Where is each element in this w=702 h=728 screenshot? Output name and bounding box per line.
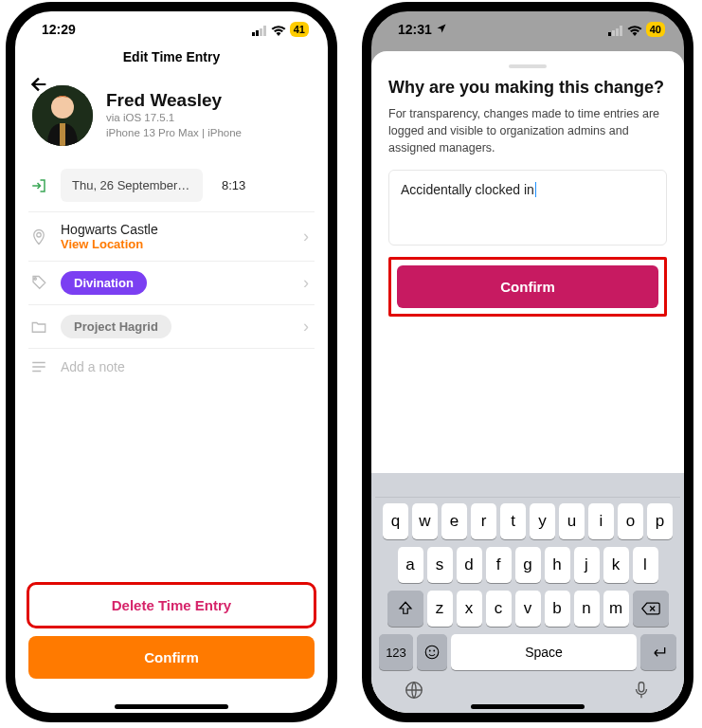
svg-rect-2 bbox=[260, 28, 262, 36]
svg-rect-10 bbox=[620, 26, 622, 36]
svg-point-12 bbox=[429, 650, 431, 652]
key-y[interactable]: y bbox=[530, 503, 555, 539]
backspace-key[interactable] bbox=[633, 591, 669, 627]
key-e[interactable]: e bbox=[441, 503, 467, 539]
phone-right: 12:31 40 Why are you making this change?… bbox=[362, 2, 693, 722]
user-name: Fred Weasley bbox=[106, 90, 242, 111]
numbers-key[interactable]: 123 bbox=[379, 634, 413, 670]
project-pill[interactable]: Project Hagrid bbox=[61, 315, 171, 338]
key-n[interactable]: n bbox=[574, 591, 600, 627]
location-arrow-icon bbox=[436, 22, 447, 37]
keyboard[interactable]: qwertyuiop asdfghjkl zxcvbnm 123 Space bbox=[371, 473, 684, 713]
key-h[interactable]: h bbox=[545, 547, 570, 583]
chevron-right-icon: › bbox=[303, 273, 315, 293]
key-k[interactable]: k bbox=[603, 547, 629, 583]
svg-point-13 bbox=[433, 650, 435, 652]
space-key[interactable]: Space bbox=[451, 634, 637, 670]
key-u[interactable]: u bbox=[559, 503, 585, 539]
key-d[interactable]: d bbox=[457, 547, 482, 583]
sheet-title: Why are you making this change? bbox=[388, 78, 667, 98]
key-m[interactable]: m bbox=[603, 591, 629, 627]
key-t[interactable]: t bbox=[500, 503, 526, 539]
home-indicator bbox=[115, 704, 228, 709]
date-field[interactable]: Thu, 26 September… bbox=[61, 169, 203, 202]
key-i[interactable]: i bbox=[588, 503, 614, 539]
svg-rect-1 bbox=[256, 30, 259, 36]
clockin-icon bbox=[28, 177, 49, 194]
wifi-icon bbox=[627, 22, 642, 37]
wifi-icon bbox=[271, 22, 286, 37]
user-meta-device: iPhone 13 Pro Max | iPhone bbox=[106, 126, 242, 141]
cell-signal-icon bbox=[608, 22, 623, 37]
cell-signal-icon bbox=[252, 22, 267, 37]
battery-indicator: 41 bbox=[290, 22, 309, 37]
status-bar: 12:31 40 bbox=[371, 11, 684, 44]
sheet-handle-icon[interactable] bbox=[509, 64, 547, 68]
tag-row[interactable]: Divination › bbox=[28, 262, 315, 305]
mic-icon[interactable] bbox=[631, 680, 652, 705]
location-name: Hogwarts Castle bbox=[61, 222, 292, 237]
svg-rect-3 bbox=[263, 26, 266, 36]
note-row[interactable]: Add a note bbox=[28, 349, 315, 385]
note-placeholder: Add a note bbox=[61, 359, 125, 374]
svg-point-11 bbox=[425, 646, 439, 659]
key-q[interactable]: q bbox=[383, 503, 408, 539]
key-a[interactable]: a bbox=[398, 547, 423, 583]
reason-text: Accidentally clocked in bbox=[401, 182, 534, 197]
svg-rect-9 bbox=[616, 28, 619, 36]
project-row[interactable]: Project Hagrid › bbox=[28, 305, 315, 349]
tag-pill[interactable]: Divination bbox=[61, 271, 147, 295]
sheet-description: For transparency, changes made to time e… bbox=[388, 105, 667, 156]
home-indicator bbox=[471, 704, 585, 709]
svg-rect-7 bbox=[608, 32, 611, 36]
key-w[interactable]: w bbox=[412, 503, 438, 539]
user-meta-os: via iOS 17.5.1 bbox=[106, 111, 242, 126]
svg-rect-8 bbox=[612, 30, 615, 36]
datetime-row[interactable]: Thu, 26 September… 8:13 bbox=[28, 159, 315, 212]
note-icon bbox=[28, 358, 49, 375]
svg-rect-15 bbox=[639, 682, 644, 692]
key-g[interactable]: g bbox=[515, 547, 541, 583]
key-c[interactable]: c bbox=[486, 591, 512, 627]
confirm-button[interactable]: Confirm bbox=[397, 265, 658, 308]
text-cursor bbox=[535, 182, 536, 197]
status-time: 12:31 bbox=[398, 22, 432, 37]
globe-icon[interactable] bbox=[404, 680, 424, 705]
key-b[interactable]: b bbox=[545, 591, 570, 627]
return-key[interactable] bbox=[640, 634, 676, 670]
key-s[interactable]: s bbox=[427, 547, 453, 583]
time-field[interactable]: 8:13 bbox=[214, 169, 253, 202]
chevron-right-icon: › bbox=[303, 317, 315, 337]
key-f[interactable]: f bbox=[486, 547, 512, 583]
svg-rect-0 bbox=[252, 32, 255, 36]
view-location-link[interactable]: View Location bbox=[61, 237, 292, 251]
key-l[interactable]: l bbox=[633, 547, 658, 583]
tag-icon bbox=[28, 275, 49, 292]
page-title: Edit Time Entry bbox=[15, 44, 328, 76]
key-r[interactable]: r bbox=[471, 503, 496, 539]
reason-input[interactable]: Accidentally clocked in bbox=[388, 170, 667, 246]
profile-section: Fred Weasley via iOS 17.5.1 iPhone 13 Pr… bbox=[15, 76, 328, 159]
key-p[interactable]: p bbox=[647, 503, 673, 539]
folder-icon bbox=[28, 318, 49, 336]
key-v[interactable]: v bbox=[515, 591, 541, 627]
battery-indicator: 40 bbox=[646, 22, 665, 37]
phone-left: 12:29 41 Edit Time Entry bbox=[6, 2, 337, 722]
suggestion-bar[interactable] bbox=[375, 479, 680, 498]
emoji-key[interactable] bbox=[417, 634, 447, 670]
back-icon[interactable] bbox=[28, 74, 49, 99]
key-x[interactable]: x bbox=[457, 591, 482, 627]
key-o[interactable]: o bbox=[618, 503, 643, 539]
confirm-highlight-box: Confirm bbox=[388, 257, 667, 317]
confirm-button[interactable]: Confirm bbox=[28, 636, 315, 679]
key-z[interactable]: z bbox=[427, 591, 453, 627]
svg-rect-6 bbox=[60, 123, 65, 146]
key-j[interactable]: j bbox=[574, 547, 600, 583]
location-pin-icon bbox=[28, 228, 49, 246]
shift-key[interactable] bbox=[387, 591, 423, 627]
location-row[interactable]: Hogwarts Castle View Location › bbox=[28, 212, 315, 262]
delete-time-entry-button[interactable]: Delete Time Entry bbox=[28, 584, 315, 627]
status-bar: 12:29 41 bbox=[15, 11, 328, 44]
chevron-right-icon: › bbox=[303, 227, 315, 246]
status-time: 12:29 bbox=[42, 22, 76, 37]
